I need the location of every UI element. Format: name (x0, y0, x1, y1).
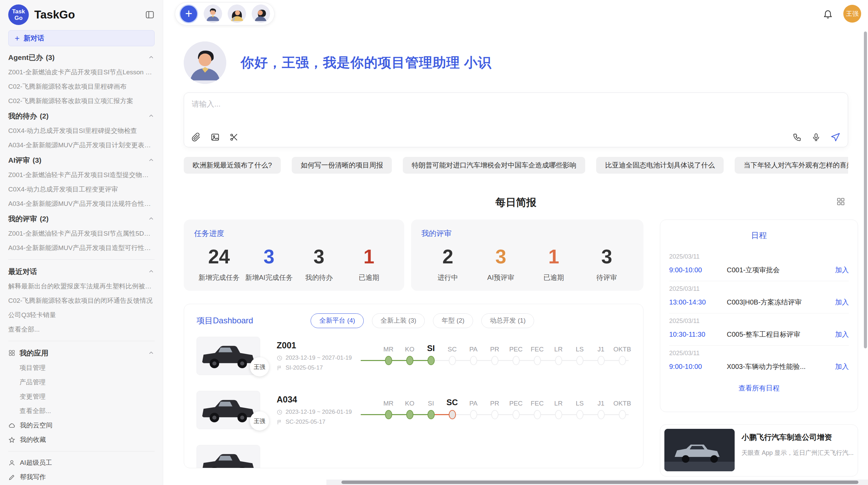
chat-input[interactable] (192, 99, 840, 132)
app-item[interactable]: 变更管理 (8, 389, 155, 404)
join-link[interactable]: 加入 (835, 330, 849, 339)
sidebar-collapse-button[interactable] (145, 10, 155, 20)
schedule-date: 2025/03/11 (669, 253, 849, 260)
milestone-dot (513, 356, 520, 365)
dashboard-header: 项目Dashboard 全新平台 (4)全新上装 (3)年型 (2)动总开发 (… (191, 312, 636, 329)
schedule-row: 10:30-11:30 C005-整车工程目标评审 加入 (669, 330, 849, 339)
schedule-name: C001-立项审批会 (727, 265, 830, 275)
sidebar-item[interactable]: A034-全新新能源MUV产品开发项目计划变更表编写 (8, 138, 155, 152)
milestone-dot (534, 356, 541, 365)
sidebar-item[interactable]: A034-全新新能源MUV产品开发项目法规符合性评审 (8, 197, 155, 211)
dashboard-tab[interactable]: 全新平台 (4) (311, 313, 364, 328)
stat-label: 新增完成任务 (194, 273, 244, 282)
join-link[interactable]: 加入 (835, 265, 849, 275)
microphone-icon (811, 133, 821, 142)
agent-avatar-2[interactable] (228, 4, 246, 23)
milestone-label: LR (554, 340, 563, 353)
join-link[interactable]: 加入 (835, 298, 849, 307)
main-area: + 王强 (163, 0, 868, 485)
stats-row: 任务进度 24 新增完成任务 3 (184, 220, 643, 291)
dashboard-tab[interactable]: 年型 (2) (433, 313, 473, 328)
section-header[interactable]: AI评审 (3) (8, 152, 155, 168)
avatar-illustration (184, 41, 226, 84)
milestone-label: SC (448, 340, 457, 353)
pencil-icon (8, 474, 15, 481)
sidebar-divider (8, 259, 155, 260)
image-upload-button[interactable] (210, 133, 220, 142)
avatar-illustration (252, 4, 270, 23)
send-button[interactable] (830, 132, 840, 142)
logo-row: Task Go TaskGo (8, 3, 155, 26)
section-header[interactable]: 最近对话 (8, 264, 155, 279)
milestone-dot (491, 410, 498, 419)
milestone-dot (406, 356, 413, 365)
sidebar-item-cloud-space[interactable]: 我的云空间 (8, 418, 155, 433)
dashboard-tab[interactable]: 动总开发 (1) (481, 313, 534, 328)
milestone: PEC (505, 340, 527, 372)
screenshot-button[interactable] (229, 133, 239, 142)
apps-view-all[interactable]: 查看全部... (8, 404, 155, 418)
recent-chat-item[interactable]: C02-飞腾新能源轻客改款项目的闭环通告反馈情况 (8, 294, 155, 308)
news-card[interactable]: 小鹏飞行汽车制造公司增资 天眼查 App 显示，近日广州汇天飞行汽... (660, 424, 858, 476)
section-header[interactable]: 我的评审 (2) (8, 211, 155, 226)
briefing-layout-button[interactable] (836, 197, 845, 208)
flag-icon (277, 365, 282, 371)
section-label: 我的应用 (20, 348, 48, 358)
sidebar-item-ai-super-employee[interactable]: AI超级员工 (8, 456, 155, 470)
my-review-card: 我的评审 2 进行中 3 (411, 220, 643, 291)
sidebar-item-favorites[interactable]: 我的收藏 (8, 433, 155, 447)
milestone: MR (378, 340, 399, 372)
horizontal-scrollbar-thumb[interactable] (341, 481, 858, 484)
my-apps-header[interactable]: 我的应用 (8, 345, 155, 361)
sidebar-item[interactable]: A034-全新新能源MUV产品开发项目造型可行性评审 (8, 241, 155, 255)
stat-item: 24 新增完成任务 (194, 241, 244, 282)
sidebar-item[interactable]: C02-飞腾新能源轻客改款项目里程碑画布 (8, 79, 155, 94)
chevron-up-icon (148, 157, 155, 164)
section-label: 最近对话 (8, 267, 37, 276)
user-avatar[interactable]: 王强 (843, 5, 861, 23)
notifications-button[interactable] (823, 9, 833, 19)
sidebar-item[interactable]: C0X4-动力总成开发项目SI里程碑提交物检查 (8, 124, 155, 138)
sidebar-item-help-me-write[interactable]: 帮我写作 (8, 470, 155, 484)
attach-button[interactable] (192, 133, 201, 142)
suggestion-chip[interactable]: 比亚迪全固态电池计划具体说了什么 (596, 157, 724, 174)
recent-chat-item[interactable]: 解释最新出台的欧盟报废车法规再生塑料比例被调至15%... (8, 279, 155, 294)
composer (184, 92, 848, 147)
sidebar-item[interactable]: Z001-全新燃油轻卡产品开发项目SI节点属性5D文件评审 (8, 226, 155, 241)
join-link[interactable]: 加入 (835, 362, 849, 371)
milestone-dot (534, 410, 541, 419)
sidebar-item[interactable]: C0X4-动力总成开发项目工程变更评审 (8, 182, 155, 197)
project-row[interactable]: 王强 A034 2023-12-19 ~ 2026-01-19 SC-2025-… (191, 383, 636, 437)
sidebar-item[interactable]: Z001-全新燃油皮卡产品开发项目SI节点Lesson Learn报告 (8, 65, 155, 79)
suggestion-chip[interactable]: 如何写一份清晰的项目周报 (292, 157, 392, 174)
section-header[interactable]: 我的待办 (2) (8, 108, 155, 124)
sidebar-item[interactable]: C02-飞腾新能源轻客改款项目立项汇报方案 (8, 94, 155, 108)
milestone: PR (484, 340, 505, 372)
app-item[interactable]: 项目管理 (8, 361, 155, 375)
agent-avatar-1[interactable] (204, 4, 222, 23)
sidebar-item[interactable]: Z001-全新燃油轻卡产品开发项目SI造型提交物评审 (8, 168, 155, 182)
view-all-schedule-link[interactable]: 查看所有日程 (669, 384, 849, 393)
suggestion-chip[interactable]: 当下年轻人对汽车外观有怎样的喜好趋势 (735, 157, 848, 174)
recent-chat-item[interactable]: 公司Q3轻卡销量 (8, 308, 155, 322)
section-header[interactable]: Agent已办 (3) (8, 50, 155, 65)
milestone-dot (598, 410, 605, 419)
new-chat-button[interactable]: + 新对话 (8, 30, 155, 46)
dashboard-tab[interactable]: 全新上装 (3) (372, 313, 425, 328)
chevron-up-icon (148, 113, 155, 120)
app-item[interactable]: 产品管理 (8, 375, 155, 389)
microphone-button[interactable] (811, 133, 821, 142)
suggestion-chip[interactable]: 欧洲新规最近颁布了什么? (184, 157, 281, 174)
suggestion-chip[interactable]: 特朗普可能对进口汽车增税会对中国车企造成哪些影响 (403, 157, 585, 174)
recent-view-all[interactable]: 查看全部... (8, 322, 155, 337)
voice-call-button[interactable] (793, 133, 802, 142)
vertical-scrollbar-thumb[interactable] (864, 32, 867, 348)
add-agent-button[interactable]: + (179, 4, 198, 23)
stat-value: 1 (344, 241, 394, 272)
schedule-row: 13:00-14:30 C003|H0B-方案冻结评审 加入 (669, 298, 849, 307)
schedule-date: 2025/03/11 (669, 318, 849, 325)
project-row[interactable]: 王强 Z001 2023-12-19 ~ 2027-01-19 SI-2025-… (191, 329, 636, 383)
project-row-partial[interactable] (191, 437, 636, 468)
milestone-label: FEC (531, 394, 544, 407)
agent-avatar-3[interactable] (252, 4, 270, 23)
